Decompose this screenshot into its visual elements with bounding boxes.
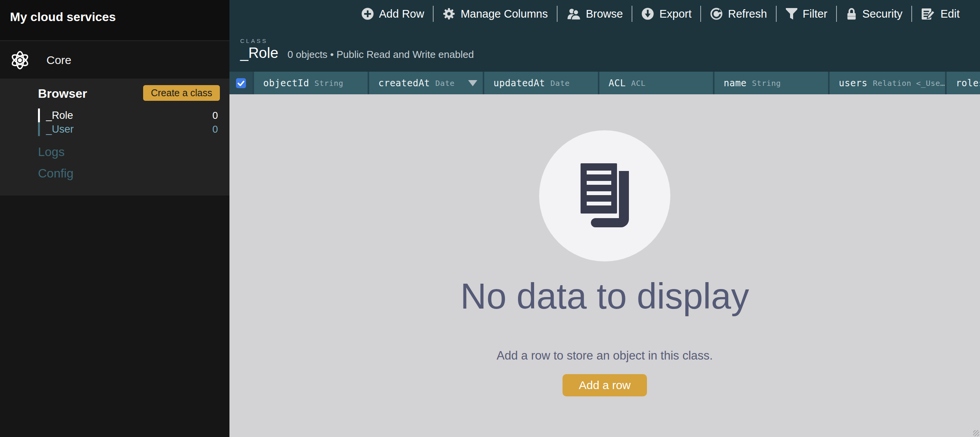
- resize-grip[interactable]: [973, 430, 979, 436]
- column-type: Date: [436, 79, 455, 88]
- column-type: ACL: [631, 79, 646, 88]
- column-name: name: [724, 78, 747, 89]
- filter-toolbar-button[interactable]: Filter: [785, 7, 827, 20]
- select-all-cell: [229, 72, 252, 94]
- class-count: 0: [213, 123, 218, 135]
- toolbar-separator: [836, 6, 837, 22]
- manage-columns-toolbar-button[interactable]: Manage Columns: [442, 7, 548, 20]
- empty-state-message: Add a row to store an object in this cla…: [497, 349, 713, 363]
- sidebar-item-logs[interactable]: Logs: [38, 145, 64, 159]
- column-header-updatedat[interactable]: updatedAt Date: [484, 72, 598, 94]
- column-name: users: [839, 78, 868, 89]
- column-name: createdAt: [378, 78, 430, 89]
- browser-content: No data to display Add a row to store an…: [229, 94, 980, 437]
- browser-section: Browser Create a class _Role 0 _User 0 L…: [0, 79, 229, 196]
- toolbar-label: Export: [659, 8, 691, 20]
- column-type: Relation <_Use…: [873, 79, 945, 88]
- class-subtitle: 0 objects • Public Read and Write enable…: [287, 49, 474, 61]
- security-toolbar-button[interactable]: Security: [846, 7, 902, 21]
- toolbar-label: Add Row: [379, 8, 424, 20]
- column-header-name[interactable]: name String: [714, 72, 828, 94]
- column-type: Date: [551, 79, 570, 88]
- toolbar-separator: [557, 6, 558, 22]
- sidebar: My cloud services Core Browser Create a …: [0, 0, 229, 437]
- export-icon: [641, 7, 654, 20]
- column-name: roles: [956, 78, 980, 89]
- toolbar-label: Browse: [586, 8, 623, 20]
- column-header-users[interactable]: users Relation <_Use…: [830, 72, 945, 94]
- toolbar-label: Refresh: [728, 8, 767, 20]
- refresh-toolbar-button[interactable]: Refresh: [710, 7, 767, 20]
- class-item-user[interactable]: _User 0: [38, 122, 218, 136]
- funnel-icon: [785, 7, 798, 20]
- topbar: Add Row Manage Columns: [229, 0, 980, 72]
- toolbar-separator: [700, 6, 701, 22]
- column-type: String: [315, 79, 343, 88]
- toolbar-separator: [433, 6, 434, 22]
- app-title: My cloud services: [10, 10, 116, 24]
- sidebar-item-config[interactable]: Config: [38, 166, 74, 181]
- column-name: objectId: [263, 78, 309, 89]
- class-count: 0: [213, 110, 218, 122]
- toolbar-separator: [632, 6, 632, 22]
- toolbar-separator: [911, 6, 912, 22]
- toolbar-label: Edit: [940, 8, 960, 20]
- column-name: updatedAt: [493, 78, 545, 89]
- toolbar-label: Filter: [803, 8, 827, 20]
- lock-icon: [846, 7, 857, 21]
- add-row-toolbar-button[interactable]: Add Row: [361, 7, 424, 20]
- column-header-objectid[interactable]: objectId String: [254, 72, 368, 94]
- browser-title: Browser: [38, 87, 87, 101]
- edit-toolbar-button[interactable]: Edit: [921, 7, 960, 20]
- table-header: objectId String createdAt Date updatedAt…: [229, 72, 980, 94]
- column-name: ACL: [609, 78, 626, 89]
- toolbar-label: Manage Columns: [460, 8, 548, 20]
- toolbar: Add Row Manage Columns: [229, 0, 980, 28]
- people-icon: [566, 7, 581, 20]
- class-item-role[interactable]: _Role 0: [38, 108, 218, 122]
- column-header-acl[interactable]: ACL ACL: [599, 72, 713, 94]
- toolbar-label: Security: [862, 8, 902, 20]
- app-header: My cloud services: [0, 0, 229, 41]
- empty-state-title: No data to display: [460, 274, 749, 319]
- documents-icon: [581, 163, 629, 228]
- column-header-createdat[interactable]: createdAt Date: [369, 72, 483, 94]
- class-info: CLASS _Role 0 objects • Public Read and …: [240, 38, 474, 61]
- export-toolbar-button[interactable]: Export: [641, 7, 691, 20]
- atom-icon: [10, 50, 30, 71]
- column-header-roles[interactable]: roles: [947, 72, 980, 94]
- empty-state-circle: [539, 130, 670, 261]
- edit-icon: [921, 7, 935, 20]
- class-name: _User: [46, 123, 74, 135]
- class-list: _Role 0 _User 0: [38, 108, 218, 136]
- gear-icon: [442, 7, 455, 20]
- sort-desc-icon: [468, 80, 477, 86]
- create-class-button[interactable]: Create a class: [143, 85, 220, 101]
- sidebar-item-core[interactable]: Core: [0, 42, 229, 79]
- class-eyebrow: CLASS: [240, 38, 474, 44]
- add-a-row-button[interactable]: Add a row: [563, 374, 647, 396]
- class-title: _Role: [240, 45, 278, 61]
- add-row-icon: [361, 7, 374, 20]
- class-name: _Role: [46, 110, 73, 122]
- column-type: String: [752, 79, 781, 88]
- toolbar-separator: [776, 6, 777, 22]
- refresh-icon: [710, 7, 723, 20]
- core-label: Core: [46, 54, 71, 67]
- browse-toolbar-button[interactable]: Browse: [566, 7, 623, 20]
- select-all-checkbox[interactable]: [236, 78, 246, 88]
